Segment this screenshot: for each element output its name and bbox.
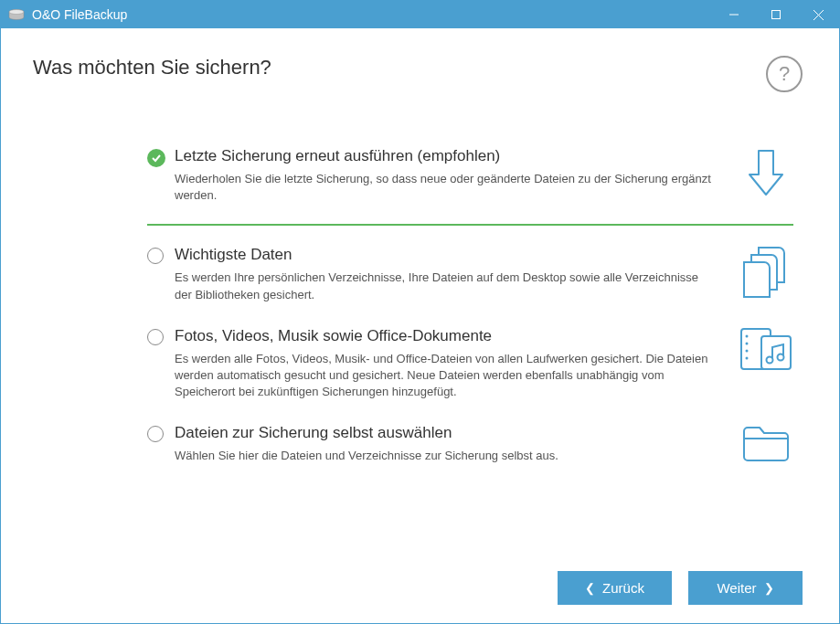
svg-rect-11 [761,336,791,369]
svg-rect-3 [772,11,781,19]
option-title: Wichtigste Daten [175,246,711,264]
app-window: O&O FileBackup Was möchten Sie sichern? … [0,0,840,624]
option-select-files[interactable]: Dateien zur Sicherung selbst auswählen W… [147,424,793,464]
help-button[interactable]: ? [766,56,803,92]
option-text: Wichtigste Daten Es werden Ihre persönli… [175,246,739,302]
folder-icon [739,424,793,464]
header-row: Was möchten Sie sichern? ? [33,56,803,92]
option-media-office[interactable]: Fotos, Videos, Musik sowie Office-Dokume… [147,327,793,401]
footer-buttons: ❮ Zurück Weiter ❯ [558,571,803,605]
option-repeat-last-backup[interactable]: Letzte Sicherung erneut ausführen (empfo… [147,147,793,226]
option-text: Letzte Sicherung erneut ausführen (empfo… [175,147,739,204]
back-button-label: Zurück [602,580,644,596]
chevron-right-icon: ❯ [764,581,774,595]
option-title: Letzte Sicherung erneut ausführen (empfo… [175,147,711,165]
svg-point-10 [746,356,749,359]
content-area: Was möchten Sie sichern? ? Letzte Sicher… [1,28,839,623]
option-description: Es werden Ihre persönlichen Verzeichniss… [175,270,711,302]
option-text: Fotos, Videos, Musik sowie Office-Dokume… [175,327,739,401]
option-important-data[interactable]: Wichtigste Daten Es werden Ihre persönli… [147,246,793,302]
chevron-left-icon: ❮ [585,581,595,595]
window-controls [713,1,839,28]
svg-point-1 [9,10,24,15]
options-list: Letzte Sicherung erneut ausführen (empfo… [33,147,803,489]
option-text: Dateien zur Sicherung selbst auswählen W… [175,424,739,464]
titlebar: O&O FileBackup [1,1,839,28]
option-title: Fotos, Videos, Musik sowie Office-Dokume… [175,327,711,345]
page-title: Was möchten Sie sichern? [33,56,271,79]
next-button-label: Weiter [717,580,756,596]
radio-icon [147,329,164,345]
close-button[interactable] [797,1,839,28]
minimize-button[interactable] [713,1,755,28]
radio-icon [147,426,164,442]
svg-point-12 [767,356,773,363]
documents-stack-icon [739,246,793,299]
next-button[interactable]: Weiter ❯ [688,571,803,605]
back-button[interactable]: ❮ Zurück [558,571,672,605]
radio-indicator [147,246,175,264]
option-description: Es werden alle Fotos, Videos, Musik- und… [175,351,711,401]
radio-icon [147,248,164,264]
media-files-icon [739,327,793,375]
radio-indicator [147,424,175,442]
svg-point-13 [778,354,784,360]
window-title: O&O FileBackup [32,7,713,22]
option-description: Wählen Sie hier die Dateien und Verzeich… [175,448,711,464]
option-title: Dateien zur Sicherung selbst auswählen [175,424,711,442]
svg-point-9 [746,349,749,352]
svg-point-7 [746,334,749,337]
arrow-down-icon [739,147,793,198]
radio-indicator [147,327,175,345]
option-description: Wiederholen Sie die letzte Sicherung, so… [175,171,711,204]
radio-indicator [147,147,175,167]
maximize-button[interactable] [755,1,797,28]
svg-point-8 [746,342,749,344]
app-icon [8,8,25,21]
checkmark-icon [147,149,165,167]
